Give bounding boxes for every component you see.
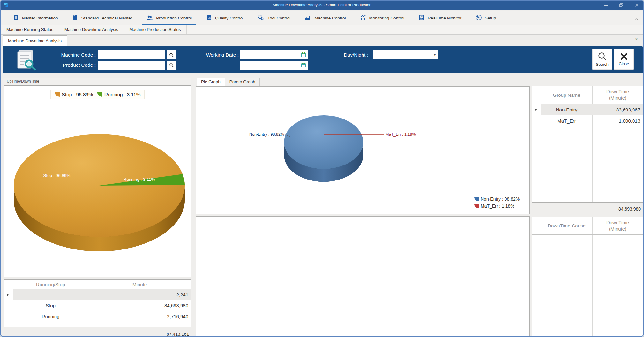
subtab-bar: Machine Running Status Machine Downtime … — [1, 25, 643, 35]
uptime-chart-legend: Stop : 96.89% Running : 3.11% — [51, 90, 145, 99]
chevron-down-icon: ▼ — [433, 53, 436, 57]
table-row[interactable]: 2,241 — [4, 289, 191, 300]
filter-bar: Machine Code : Product Code : Working Da… — [3, 46, 643, 73]
mat-err-slice-label: MaT_Err : 1.18% — [386, 132, 416, 137]
downtime-cause-table: DownTime Cause DownTime (Minute) — [532, 217, 643, 337]
uptime-downtime-chart: Stop : 96.89% Running : 3.11% Stop : 96.… — [4, 85, 191, 277]
close-x-icon — [620, 52, 628, 61]
title-bar: Machine Downtime Analysis - Smart Point … — [1, 1, 643, 10]
day-night-select[interactable]: ▼ — [373, 50, 438, 59]
ribbon-item-standard-technical-master[interactable]: Standard Technical Master — [65, 11, 139, 25]
stop-slice-label: Stop : 96.89% — [43, 173, 71, 178]
ribbon-item-master-information[interactable]: Master Information — [6, 11, 65, 25]
running-stop-table: Running/Stop Minute 2,241 Stop 84,693,98… — [4, 279, 191, 327]
machine-code-label: Machine Code : — [41, 50, 96, 59]
ribbon-collapse-icon[interactable] — [634, 16, 638, 22]
subtab-machine-production-status[interactable]: Machine Production Status — [124, 25, 186, 34]
minimize-icon[interactable] — [603, 2, 610, 9]
running-legend-swatch — [97, 92, 102, 97]
window-title: Machine Downtime Analysis - Smart Point … — [1, 3, 643, 7]
mat-err-legend-swatch — [474, 204, 479, 208]
ribbon-item-quality-control[interactable]: Quality Control — [199, 11, 251, 25]
subtab-machine-running-status[interactable]: Machine Running Status — [1, 25, 59, 34]
stop-legend-swatch — [55, 92, 60, 97]
gear-icon — [476, 14, 482, 22]
non-entry-slice-label: Non-Entry : 98.82% — [249, 132, 284, 137]
people-icon — [146, 14, 153, 22]
running-stop-total: 87,413,161 — [93, 330, 191, 337]
tab-pareto-graph[interactable]: Pareto Graph — [225, 78, 260, 86]
ribbon-item-realtime-monitor[interactable]: RealTime Monitor — [411, 11, 468, 25]
table-row[interactable]: Running 2,716,940 — [4, 311, 191, 322]
date-range-separator: ~ — [228, 61, 236, 70]
table-header-row: DownTime Cause DownTime (Minute) — [532, 217, 643, 235]
legend-item-stop: Stop : 96.89% — [55, 92, 93, 97]
detail-empty-panel — [196, 216, 530, 337]
working-date-to-input[interactable] — [240, 61, 308, 70]
gears-icon — [258, 14, 265, 22]
checklist-icon — [418, 14, 425, 22]
product-code-label: Product Code : — [41, 61, 96, 70]
table-row[interactable]: Non-Entry 83,693,967 — [532, 104, 643, 115]
product-code-search-icon[interactable] — [167, 61, 176, 70]
tab-pie-graph[interactable]: Pie Graph — [197, 78, 225, 86]
document-tab-bar: Machine Downtime Analysis ✕ — [1, 35, 643, 46]
table-header-row: Group Name DownTime (Minute) — [532, 86, 643, 104]
ribbon-item-tool-control[interactable]: Tool Control — [251, 11, 297, 25]
group-downtime-total: 84,693,980 — [592, 205, 643, 213]
restore-icon[interactable] — [618, 2, 625, 9]
document-tab-machine-downtime-analysis[interactable]: Machine Downtime Analysis — [3, 35, 67, 46]
selected-row-arrow-icon — [535, 108, 537, 111]
graph-tab-bar: Pie Graph Pareto Graph — [197, 78, 260, 86]
working-date-label: Working Date : — [181, 50, 239, 59]
downtime-pie-panel: Non-Entry : 98.82% MaT_Err : 1.18% Non-E… — [196, 86, 530, 214]
table-header-row: Running/Stop Minute — [4, 280, 191, 289]
ribbon-item-monitoring-control[interactable]: Monitoring Control — [353, 11, 411, 25]
subtab-machine-downtime-analysis[interactable]: Machine Downtime Analysis — [59, 25, 124, 34]
document-icon — [13, 14, 19, 22]
application-window: Machine Downtime Analysis - Smart Point … — [0, 0, 644, 337]
legend-item-non-entry: Non-Entry : 98.82% — [474, 195, 528, 203]
chart-document-icon — [206, 14, 212, 22]
ribbon: Master Information Standard Technical Ma… — [1, 11, 643, 25]
legend-item-running: Running : 3.11% — [97, 92, 140, 97]
day-night-label: Day/Night : — [290, 50, 368, 59]
legend-item-mat-err: MaT_Err : 1.18% — [474, 203, 528, 210]
uptime-downtime-panel-title: UpTime/DownTime — [4, 78, 191, 85]
factory-icon — [304, 14, 311, 22]
running-slice-label: Running : 3.11% — [124, 177, 155, 182]
selected-row-arrow-icon — [7, 294, 9, 296]
search-icon — [597, 52, 607, 61]
table-row[interactable]: Stop 84,693,980 — [4, 300, 191, 311]
search-button[interactable]: Search — [592, 49, 612, 70]
non-entry-legend-swatch — [474, 197, 479, 201]
ribbon-item-setup[interactable]: Setup — [468, 11, 503, 25]
monitor-chart-icon — [360, 14, 366, 22]
machine-code-input[interactable] — [98, 50, 165, 59]
calendar-icon[interactable] — [301, 62, 306, 69]
stop-running-pie-chart: Stop : 96.89% Running : 3.11% — [4, 86, 191, 277]
table-row[interactable]: MaT_Err 1,000,013 — [532, 115, 643, 126]
group-downtime-table: Group Name DownTime (Minute) Non-Entry 8… — [532, 86, 643, 203]
downtime-pie-legend: Non-Entry : 98.82% MaT_Err : 1.18% — [470, 193, 528, 211]
machine-code-search-icon[interactable] — [167, 50, 176, 59]
product-code-input[interactable] — [98, 61, 165, 70]
ribbon-item-production-control[interactable]: Production Control — [139, 11, 199, 25]
working-date-to-field[interactable] — [240, 61, 308, 70]
clipboard-icon — [72, 14, 79, 22]
close-icon[interactable] — [633, 2, 640, 9]
close-button[interactable]: Close — [614, 49, 634, 70]
document-tab-close-icon[interactable]: ✕ — [635, 37, 638, 42]
ribbon-item-machine-control[interactable]: Machine Control — [297, 11, 353, 25]
report-search-icon — [15, 49, 38, 72]
